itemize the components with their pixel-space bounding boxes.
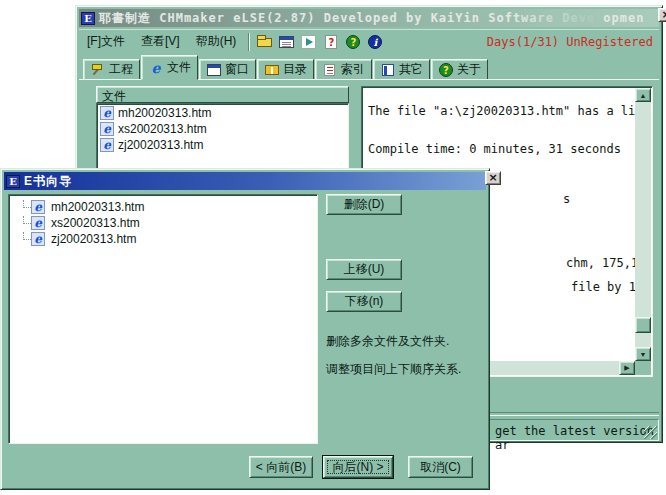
tab-files[interactable]: e 文件 (141, 55, 198, 80)
move-up-button[interactable]: 上移(U) (326, 259, 402, 280)
html-file-icon: e (31, 216, 45, 230)
vertical-scrollbar[interactable]: ▲ ▼ (635, 88, 651, 361)
tree-item[interactable]: e xs20020313.htm (10, 215, 316, 231)
tab-label: 文件 (167, 59, 191, 76)
run-play-icon (300, 34, 318, 50)
wizard-hint-line2: 调整项目间上下顺序关系. (326, 361, 461, 378)
log-line: The file "a:\zj20020313.htm" has a link … (368, 104, 651, 118)
menu-view[interactable]: 查看[V] (133, 31, 188, 52)
tab-about[interactable]: ? 关于 (431, 59, 488, 80)
tab-bar: 工程 e 文件 窗口 目录 索引 其它 ? (79, 54, 659, 80)
tree-connector (23, 216, 31, 224)
tab-label: 索引 (341, 61, 365, 78)
tree-connector (23, 232, 31, 240)
desktop: { "main_window": { "title": "耶書制造 CHMmak… (0, 0, 666, 495)
scrollbar-corner (635, 361, 651, 375)
app-icon: E (81, 12, 95, 25)
html-file-icon: e (100, 106, 114, 120)
tab-label: 关于 (457, 61, 481, 78)
dialog-title: E书向导 (24, 173, 72, 190)
open-folder-button[interactable] (254, 32, 276, 52)
build-button[interactable] (276, 32, 298, 52)
file-name: zj20020313.htm (118, 138, 203, 152)
book-icon (264, 63, 280, 77)
info-button[interactable]: i (364, 32, 386, 52)
window-icon (206, 63, 222, 77)
file-list-item[interactable]: e zj20020313.htm (98, 137, 347, 153)
helpfile-button[interactable]: ? (320, 32, 342, 52)
scroll-down-button[interactable]: ▼ (635, 347, 651, 361)
build-window-icon (278, 34, 296, 50)
tab-other[interactable]: 其它 (373, 59, 430, 80)
menu-file[interactable]: [F]文件 (79, 31, 133, 52)
resize-grip[interactable] (644, 426, 657, 439)
tab-label: 窗口 (225, 61, 249, 78)
tab-label: 目录 (283, 61, 307, 78)
toolbar-separator (248, 33, 250, 51)
back-button[interactable]: < 向前(B) (249, 456, 313, 478)
file-name: mh20020313.htm (51, 200, 144, 214)
menu-bar: [F]文件 查看[V] 帮助(H) ? ? i Days(1/31) UnReg… (79, 29, 659, 53)
log-line: s (563, 192, 570, 206)
project-icon (90, 63, 106, 77)
scroll-thumb[interactable] (635, 317, 651, 333)
info-ball-icon: i (366, 34, 384, 50)
menu-help[interactable]: 帮助(H) (188, 31, 245, 52)
log-line: Compile time: 0 minutes, 31 seconds (368, 142, 621, 156)
file-column-header[interactable]: 文件 (96, 86, 349, 103)
status-text: get the latest version ar (495, 424, 658, 452)
cancel-button[interactable]: 取消(C) (408, 456, 473, 478)
ie-e-icon: e (148, 61, 164, 75)
about-icon: ? (438, 63, 454, 77)
html-file-icon: e (100, 122, 114, 136)
tree-item[interactable]: e zj20020313.htm (10, 231, 316, 247)
html-file-icon: e (100, 138, 114, 152)
question-ball-icon: ? (344, 34, 362, 50)
file-name: zj20020313.htm (51, 232, 136, 246)
scroll-right-button[interactable]: ▶ (619, 361, 635, 375)
tree-connector (23, 200, 31, 208)
tab-label: 工程 (109, 61, 133, 78)
dialog-close-button[interactable]: × (485, 171, 501, 185)
tree-item[interactable]: e mh20020313.htm (10, 199, 316, 215)
helpfile-icon: ? (322, 34, 340, 50)
tab-label: 其它 (399, 61, 423, 78)
next-button[interactable]: 向后(N) > (323, 456, 393, 478)
dialog-title-bar[interactable]: E E书向导 (4, 172, 486, 190)
wizard-file-tree[interactable]: e mh20020313.htm e xs20020313.htm e zj20… (8, 194, 318, 444)
html-file-icon: e (31, 232, 45, 246)
other-icon (380, 63, 396, 77)
move-down-button[interactable]: 下移(n) (326, 291, 402, 312)
delete-button[interactable]: 删除(D) (326, 194, 402, 215)
run-button[interactable] (298, 32, 320, 52)
close-icon: × (488, 173, 497, 183)
file-list-item[interactable]: e xs20020313.htm (98, 121, 347, 137)
file-name: mh20020313.htm (118, 106, 211, 120)
file-name: xs20020313.htm (51, 216, 140, 230)
main-title-bar[interactable]: E 耶書制造 CHMmaker eLSE(2.87) Developed by … (79, 9, 659, 27)
file-name: xs20020313.htm (118, 122, 207, 136)
html-file-icon: e (31, 200, 45, 214)
close-button[interactable]: × (658, 8, 666, 22)
tab-toc[interactable]: 目录 (257, 59, 314, 80)
file-list-item[interactable]: e mh20020313.htm (98, 105, 347, 121)
close-icon: × (661, 10, 666, 20)
scroll-up-button[interactable]: ▲ (635, 88, 651, 102)
tab-window[interactable]: 窗口 (199, 59, 256, 80)
dialog-app-icon: E (6, 175, 20, 188)
registration-status: Days(1/31) UnRegistered (487, 35, 653, 49)
index-icon (322, 63, 338, 77)
help-button[interactable]: ? (342, 32, 364, 52)
tab-index[interactable]: 索引 (315, 59, 372, 80)
title-fade (513, 9, 603, 27)
tab-project[interactable]: 工程 (83, 59, 140, 80)
wizard-hint-line1: 删除多余文件及文件夹. (326, 333, 449, 350)
open-folder-icon (256, 34, 274, 50)
ebook-wizard-dialog: E E书向导 × e mh20020313.htm e xs20020313.h… (0, 168, 490, 490)
